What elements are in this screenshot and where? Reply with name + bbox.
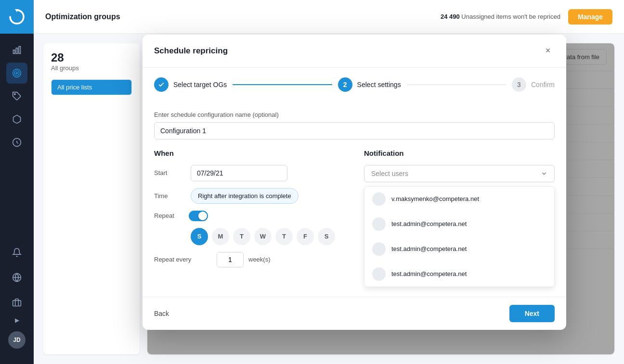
sidebar-icon-chart[interactable] [6,39,27,61]
next-button[interactable]: Next [509,305,555,322]
sidebar-icon-briefcase[interactable] [6,292,27,313]
start-label: Start [154,169,183,176]
sidebar-icon-bullseye[interactable] [6,132,27,153]
time-label: Time [154,192,183,200]
step-2-circle: 2 [338,77,352,92]
back-button[interactable]: Back [154,306,169,321]
header-right: 24 490 Unassigned items won't be reprice… [441,9,612,25]
groups-count: 28 [51,51,132,64]
step-3: 3 Confirm [512,77,555,92]
sidebar-icon-box[interactable] [6,109,27,130]
svg-point-7 [14,94,15,95]
day-button-0[interactable]: S [191,228,208,245]
left-panel: 28 All groups All price lists [43,43,140,354]
step-3-circle: 3 [512,77,526,92]
avatar[interactable]: JD [8,331,26,349]
alert-text: 24 490 Unassigned items won't be reprice… [441,13,560,20]
modal-body: Enter schedule configuration name (optio… [143,101,566,297]
alert-count: 24 490 [441,13,460,20]
config-name-input[interactable] [154,122,555,139]
modal-columns: When Start Time Right after integration … [154,149,555,287]
user-email-2: test.admin@competera.net [391,245,467,252]
step-3-label: Confirm [531,81,555,88]
day-button-6[interactable]: S [318,228,335,245]
svg-rect-11 [13,301,21,306]
page-title: Optimization groups [45,13,120,21]
modal-header: Schedule repricing × [143,35,566,68]
user-avatar-0 [372,192,386,206]
step-2-label: Select settings [357,81,401,88]
day-button-5[interactable]: F [297,228,314,245]
modal-footer: Back Next [143,297,566,330]
step-line-1 [233,84,332,85]
top-header: Optimization groups 24 490 Unassigned it… [34,0,624,34]
svg-point-6 [16,72,17,74]
user-email-0: v.maksymenko@competera.net [391,195,479,202]
repeat-every-input[interactable] [217,252,244,267]
repeat-toggle-row: Repeat [154,211,345,221]
repeat-label: Repeat [154,212,183,219]
step-1: Select target OGs [154,77,227,92]
select-users-placeholder: Select users [371,170,408,177]
start-date-input[interactable] [191,165,287,181]
user-avatar-3 [372,267,386,281]
svg-rect-1 [13,50,15,54]
step-line-2 [407,84,506,85]
when-section: When Start Time Right after integration … [154,149,345,287]
user-email-3: test.admin@competera.net [391,270,467,277]
user-option-3[interactable]: test.admin@competera.net [364,262,554,287]
app-logo[interactable] [0,0,34,34]
sidebar-icon-tag[interactable] [6,86,27,107]
notification-title: Notification [364,149,555,157]
repeat-every-row: Repeat every week(s) [154,252,345,267]
all-price-lists-filter[interactable]: All price lists [51,79,132,95]
time-badge[interactable]: Right after integration is complete [191,188,299,204]
svg-rect-2 [16,48,17,54]
svg-rect-3 [19,47,20,54]
step-1-label: Select target OGs [173,81,227,88]
when-title: When [154,149,345,157]
sidebar-expand-icon[interactable]: ▶ [15,317,19,324]
user-option-0[interactable]: v.maksymenko@competera.net [364,187,554,212]
schedule-repricing-modal: Schedule repricing × Select target OGs 2… [143,35,566,330]
day-button-2[interactable]: T [233,228,250,245]
time-field-row: Time Right after integration is complete [154,188,345,204]
start-field-row: Start [154,165,345,181]
user-email-1: test.admin@competera.net [391,220,467,227]
step-1-circle [154,77,169,92]
user-option-1[interactable]: test.admin@competera.net [364,212,554,237]
sidebar-icon-globe[interactable] [6,267,27,288]
groups-label: All groups [51,64,132,72]
day-button-4[interactable]: T [275,228,293,245]
notification-section: Notification Select users v.maksymenko@c… [364,149,555,287]
sidebar: ▶ JD [0,0,34,364]
sidebar-icon-target[interactable] [6,63,27,84]
day-button-1[interactable]: M [212,228,229,245]
users-dropdown: v.maksymenko@competera.net test.admin@co… [364,186,555,287]
sidebar-nav [6,34,27,242]
user-avatar-1 [372,217,386,231]
repeat-toggle[interactable] [189,211,208,221]
day-button-3[interactable]: W [254,228,272,245]
repeat-unit-label: week(s) [248,256,271,263]
modal-title: Schedule repricing [154,46,228,56]
days-row: SMTWTFS [191,228,345,245]
alert-message: Unassigned items won't be repriced [461,13,560,20]
sidebar-bottom: ▶ JD [6,242,27,364]
sidebar-icon-bell[interactable] [6,242,27,263]
stepper: Select target OGs 2 Select settings 3 Co… [143,68,566,101]
select-users-dropdown-trigger[interactable]: Select users [364,165,555,182]
manage-button[interactable]: Manage [568,9,612,25]
svg-point-5 [14,71,19,75]
step-2: 2 Select settings [338,77,401,92]
repeat-every-label: Repeat every [154,256,212,263]
user-option-2[interactable]: test.admin@competera.net [364,237,554,262]
close-button[interactable]: × [541,44,555,58]
config-name-label: Enter schedule configuration name (optio… [154,111,555,118]
user-avatar-2 [372,242,386,256]
